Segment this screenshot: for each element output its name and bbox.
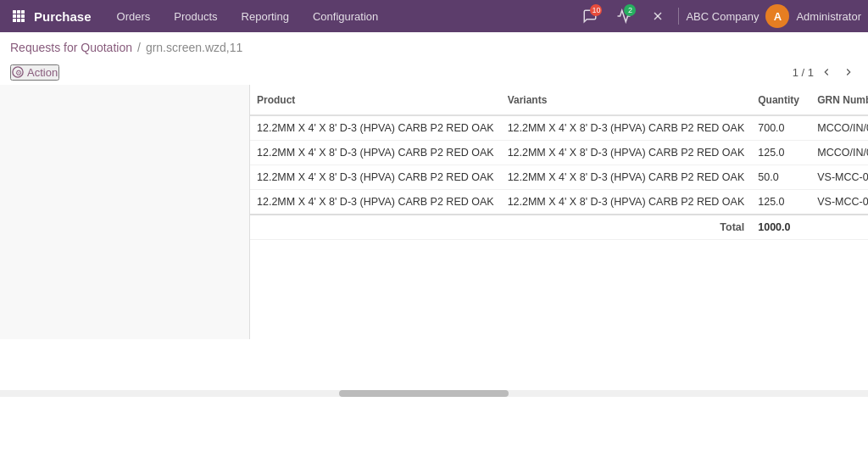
user-name: Administrator [796,10,861,23]
cell-quantity: 50.0 [751,165,810,190]
cell-variants: 12.2MM X 4' X 8' D-3 (HPVA) CARB P2 RED … [501,141,752,165]
svg-rect-7 [17,19,20,22]
pagination: 1 / 1 [793,63,858,81]
cell-quantity: 125.0 [751,141,810,165]
svg-rect-6 [13,19,16,22]
activity-icon-btn[interactable]: 2 [610,3,637,30]
menu-configuration[interactable]: Configuration [301,0,390,32]
cell-grn-number: VS-MCC-000011 [810,190,868,215]
activity-badge: 2 [624,4,636,16]
top-navigation: Purchase Orders Products Reporting Confi… [0,0,868,32]
table-total-row: Total 1000.0 [250,215,868,240]
svg-rect-1 [17,10,20,14]
cell-product: 12.2MM X 4' X 8' D-3 (HPVA) CARB P2 RED … [250,190,501,215]
data-table: Product Variants Quantity GRN Number PO … [250,85,868,240]
col-variants: Variants [501,85,752,115]
cell-grn-number: VS-MCC-000010 [810,165,868,190]
pagination-prev[interactable] [817,63,836,81]
breadcrumb-separator: / [137,41,141,54]
svg-rect-3 [13,14,16,18]
cell-variants: 12.2MM X 4' X 8' D-3 (HPVA) CARB P2 RED … [501,190,752,215]
cell-product: 12.2MM X 4' X 8' D-3 (HPVA) CARB P2 RED … [250,115,501,141]
svg-rect-4 [17,14,20,18]
cell-variants: 12.2MM X 4' X 8' D-3 (HPVA) CARB P2 RED … [501,165,752,190]
svg-text:⚙: ⚙ [15,69,22,77]
horizontal-scrollbar[interactable] [0,390,868,397]
breadcrumb-link[interactable]: Requests for Quotation [10,41,132,54]
menu-products[interactable]: Products [162,0,229,32]
menu-reporting[interactable]: Reporting [230,0,301,32]
table-row[interactable]: 12.2MM X 4' X 8' D-3 (HPVA) CARB P2 RED … [250,190,868,215]
cell-grn-number: MCCO/IN/000... [810,141,868,165]
table-row[interactable]: 12.2MM X 4' X 8' D-3 (HPVA) CARB P2 RED … [250,141,868,165]
svg-rect-0 [13,10,16,14]
total-label-cell [250,215,501,240]
scrollbar-thumb[interactable] [339,390,509,397]
cell-variants: 12.2MM X 4' X 8' D-3 (HPVA) CARB P2 RED … [501,115,752,141]
content-area: Product Variants Quantity GRN Number PO … [0,85,868,339]
action-button[interactable]: ⚙ Action [10,64,59,81]
total-value: 1000.0 [751,215,810,240]
nav-divider [678,8,679,25]
cell-grn-number: MCCO/IN/000... [810,115,868,141]
messages-badge: 10 [590,4,602,16]
col-quantity: Quantity [751,85,810,115]
cell-product: 12.2MM X 4' X 8' D-3 (HPVA) CARB P2 RED … [250,165,501,190]
breadcrumb-sub: grn.screen.wzd,11 [146,41,242,54]
main-table-area: Product Variants Quantity GRN Number PO … [250,85,868,339]
topnav-right: 10 2 ABC Company A Administrator [576,3,861,30]
apps-grid-icon[interactable] [7,4,31,28]
main-menu: Orders Products Reporting Configuration [105,0,574,32]
svg-rect-2 [21,10,25,14]
messages-icon-btn[interactable]: 10 [576,3,604,30]
table-row[interactable]: 12.2MM X 4' X 8' D-3 (HPVA) CARB P2 RED … [250,165,868,190]
total-label: Total [501,215,752,240]
table-header-row: Product Variants Quantity GRN Number PO … [250,85,868,115]
menu-orders[interactable]: Orders [105,0,163,32]
action-bar: ⚙ Action 1 / 1 [0,59,868,85]
cell-quantity: 700.0 [751,115,810,141]
close-icon-btn[interactable] [644,3,671,30]
svg-rect-5 [21,14,25,18]
cell-quantity: 125.0 [751,190,810,215]
cell-product: 12.2MM X 4' X 8' D-3 (HPVA) CARB P2 RED … [250,141,501,165]
svg-rect-8 [21,19,25,22]
breadcrumb: Requests for Quotation / grn.screen.wzd,… [0,32,868,59]
app-title: Purchase [34,9,92,24]
company-name: ABC Company [686,10,759,23]
user-avatar[interactable]: A [765,4,789,28]
col-product: Product [250,85,501,115]
col-grn-number: GRN Number [810,85,868,115]
pagination-text: 1 / 1 [793,66,814,79]
pagination-next[interactable] [839,63,858,81]
left-panel [0,85,250,339]
table-row[interactable]: 12.2MM X 4' X 8' D-3 (HPVA) CARB P2 RED … [250,115,868,141]
